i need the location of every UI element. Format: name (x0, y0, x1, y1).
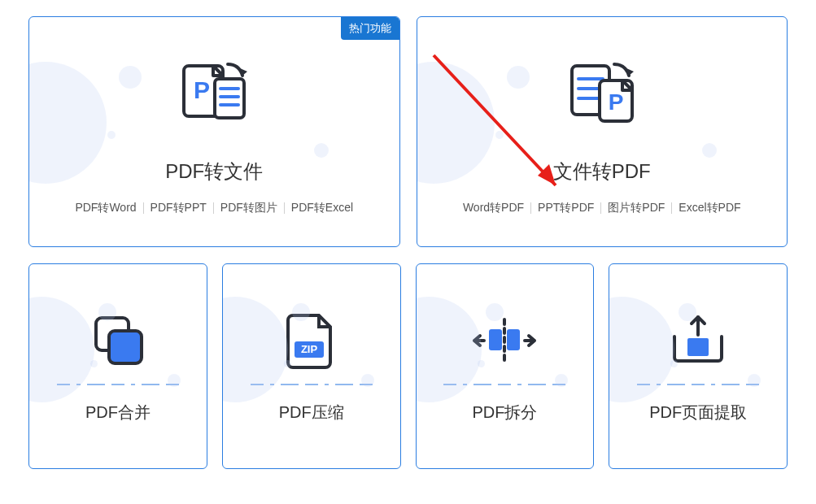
svg-rect-24 (687, 338, 709, 356)
sub-option[interactable]: PPT转PDF (531, 201, 600, 215)
sub-option[interactable]: Word转PDF (456, 201, 530, 215)
compress-icon: ZIP (285, 309, 338, 372)
hot-badge: 热门功能 (341, 17, 399, 40)
svg-rect-21 (507, 329, 520, 350)
card-pdf-split[interactable]: PDF拆分 (416, 263, 595, 469)
svg-text:P: P (608, 89, 623, 115)
card-title: PDF拆分 (472, 402, 537, 424)
card-pdf-compress[interactable]: ZIP PDF压缩 (222, 263, 401, 469)
card-pdf-extract[interactable]: PDF页面提取 (609, 263, 788, 469)
svg-rect-20 (489, 329, 502, 350)
sub-option[interactable]: PDF转PPT (144, 201, 213, 215)
card-pdf-merge[interactable]: PDF合并 (28, 263, 207, 469)
file-to-pdf-icon: P (557, 56, 647, 129)
sub-option[interactable]: PDF转Excel (285, 201, 360, 215)
sub-option[interactable]: 图片转PDF (601, 201, 671, 215)
card-title: 文件转PDF (553, 159, 651, 185)
card-pdf-to-file[interactable]: 热门功能 P PDF转文件 PDF转Word PDF转PPT (28, 16, 400, 247)
svg-text:ZIP: ZIP (301, 343, 318, 355)
sub-option[interactable]: PDF转图片 (214, 201, 284, 215)
card-title: PDF合并 (85, 402, 151, 424)
card-title: PDF页面提取 (649, 402, 747, 424)
sub-option[interactable]: Excel转PDF (672, 201, 747, 215)
card-title: PDF压缩 (279, 402, 344, 424)
svg-text:P: P (194, 76, 210, 103)
sub-option[interactable]: PDF转Word (68, 201, 142, 215)
pdf-to-file-icon: P (169, 56, 259, 129)
svg-rect-15 (109, 331, 142, 363)
card-file-to-pdf[interactable]: P 文件转PDF Word转PDF PPT转PDF 图片转PDF Excel转P… (417, 16, 788, 247)
card-title: PDF转文件 (165, 159, 263, 185)
